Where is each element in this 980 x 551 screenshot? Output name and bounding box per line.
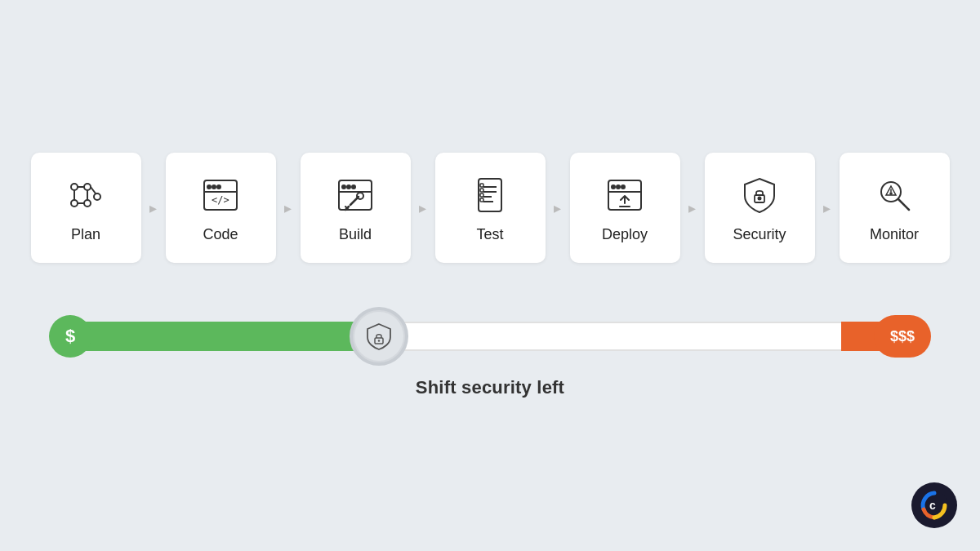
pipeline-step-security: Security [705,153,815,263]
svg-point-46 [890,193,892,194]
svg-point-3 [71,200,78,207]
arrow-4: ▸ [546,199,570,217]
codecov-logo: c [911,482,957,528]
svg-point-36 [617,185,620,189]
svg-line-9 [91,187,96,193]
monitor-label: Monitor [870,226,919,243]
svg-text:c: c [929,499,936,512]
arrow-5: ▸ [680,199,705,217]
arrow-2: ▸ [276,199,301,217]
pipeline-step-monitor: Monitor [840,153,950,263]
build-icon [332,172,378,218]
svg-point-35 [612,185,615,189]
shift-label: Shift security left [416,377,564,398]
security-icon [737,172,782,218]
security-label: Security [733,226,786,243]
test-label: Test [476,226,503,243]
shield-lock-icon [364,322,394,351]
pipeline-row: Plan ▸ </> Code ▸ [31,153,950,263]
svg-point-19 [352,185,355,189]
svg-point-18 [347,185,350,189]
svg-point-22 [357,193,363,199]
svg-point-17 [342,185,345,189]
svg-point-1 [84,184,91,190]
cost-low-label: $ [65,326,75,347]
svg-rect-31 [480,189,483,192]
slider-fill-left [72,322,390,351]
svg-text:</>: </> [212,194,229,206]
arrow-3: ▸ [411,199,435,217]
svg-point-11 [207,185,211,189]
monitor-icon [871,172,917,218]
pipeline-step-deploy: Deploy [570,153,680,263]
slider-track[interactable] [70,322,910,351]
plan-label: Plan [71,226,100,243]
slider-thumb-inner [354,312,403,361]
pipeline-step-code: </> Code [166,153,276,263]
arrow-1: ▸ [141,199,166,217]
svg-point-37 [621,185,625,189]
arrow-6: ▸ [815,199,840,217]
svg-line-44 [898,199,909,210]
deploy-label: Deploy [602,226,648,243]
svg-rect-33 [480,198,483,202]
svg-point-4 [84,200,91,207]
svg-point-13 [217,185,220,189]
codecov-brand-icon: c [919,490,950,521]
cost-high-badge: $$$ [874,315,931,358]
pipeline-step-test: Test [435,153,546,263]
code-icon: </> [198,172,243,218]
deploy-icon [602,172,648,218]
svg-point-12 [212,185,216,189]
pipeline-step-plan: Plan [31,153,141,263]
svg-point-48 [378,340,380,341]
pipeline-step-build: Build [301,153,411,263]
cost-high-label: $$$ [890,328,915,345]
plan-icon [63,172,109,218]
slider-track-wrapper[interactable]: $ $$$ [49,312,931,361]
test-icon [467,172,513,218]
code-label: Code [203,226,238,243]
slider-thumb[interactable] [350,307,408,366]
svg-rect-30 [480,184,483,187]
svg-point-42 [759,198,761,200]
svg-point-2 [94,193,100,200]
svg-rect-32 [480,193,483,197]
svg-point-0 [71,184,78,190]
build-label: Build [339,226,372,243]
cost-low-badge: $ [49,315,91,358]
slider-section: $ $$$ Shift security left [49,312,931,398]
